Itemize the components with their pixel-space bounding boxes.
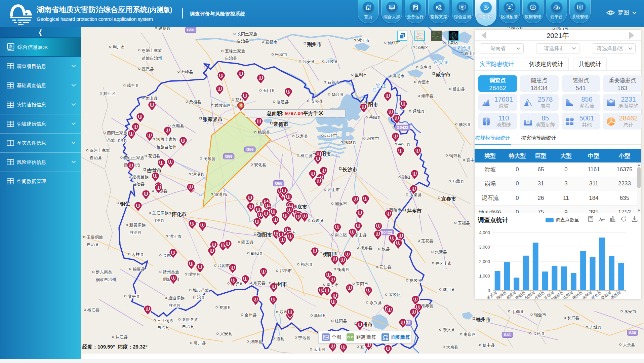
svg-text:自治县: 自治县 [168,303,180,308]
svg-text:莲花县: 莲花县 [421,239,433,243]
svg-text:花垣县: 花垣县 [148,154,160,158]
svg-text:常德市: 常德市 [273,121,289,127]
svg-text:兴安县: 兴安县 [220,331,232,336]
svg-text:华容县: 华容县 [331,92,344,97]
svg-text:1,000: 1,000 [479,274,490,279]
svg-text:梁 子 湖: 梁 子 湖 [456,45,472,50]
svg-text:斧 头 湖: 斧 头 湖 [433,60,448,65]
svg-text:岳阳县: 岳阳县 [369,115,381,120]
svg-text:公安县: 公安县 [303,59,315,64]
svg-text:宁远县: 宁远县 [298,335,310,340]
svg-text:沅陵县: 沅陵县 [203,156,215,161]
svg-text:自治县: 自治县 [152,218,164,223]
svg-text:长沙市: 长沙市 [342,167,358,172]
svg-text:2,000: 2,000 [479,259,490,264]
svg-text:自治县: 自治县 [90,155,102,160]
svg-text:0: 0 [488,288,490,293]
svg-text:沿河土家族: 沿河土家族 [90,148,110,153]
svg-text:张家界市: 张家界市 [203,117,223,122]
svg-text:武陵源区: 武陵源区 [214,103,231,108]
svg-text:长 江: 长 江 [376,84,386,88]
svg-text:安福县: 安福县 [458,221,470,225]
svg-text:侗族自治州: 侗族自治州 [96,277,116,282]
svg-text:潜江市: 潜江市 [357,38,369,43]
svg-text:江夏区: 江夏区 [446,40,458,45]
svg-text:三江侗族: 三江侗族 [157,318,173,323]
svg-text:蓝山县: 蓝山县 [313,347,325,352]
svg-text:道县: 道县 [276,336,284,341]
svg-text:苗族自治州: 苗族自治州 [142,56,162,61]
svg-text:荆州市: 荆州市 [307,42,322,47]
svg-text:通山县: 通山县 [453,87,465,92]
svg-text:通城县: 通城县 [412,109,425,114]
svg-text:城步苗族: 城步苗族 [193,288,209,293]
svg-text:湘阴县: 湘阴县 [344,140,356,145]
svg-text:自治县: 自治县 [225,56,237,61]
svg-text:永新县: 永新县 [435,250,447,254]
svg-text:龙山县: 龙山县 [145,96,157,101]
svg-text:湘西土家族: 湘西土家族 [156,137,177,142]
svg-text:秀山土家族: 秀山土家族 [124,155,145,160]
svg-text:石门县: 石门县 [263,88,275,93]
svg-text:芷江侗族: 芷江侗族 [152,211,169,215]
svg-text:桑植县: 桑植县 [189,100,201,104]
svg-text:苗族自治县: 苗族自治县 [107,138,127,143]
svg-text:零陵区: 零陵区 [389,292,401,297]
svg-text:衡山县: 衡山县 [355,233,367,238]
svg-text:宜都市: 宜都市 [265,40,277,44]
svg-text:攸县: 攸县 [381,247,390,251]
svg-text:G56: G56 [246,147,254,151]
svg-text:宜春市: 宜春市 [441,196,456,202]
svg-text:铜仁: 铜仁 [120,201,130,207]
svg-text:石首市: 石首市 [327,80,339,85]
svg-text:宣恩县: 宣恩县 [142,67,154,71]
svg-text:江陵县: 江陵县 [326,59,338,64]
svg-text:嘉鱼县: 嘉鱼县 [420,65,432,70]
svg-text:南康区: 南康区 [464,332,476,337]
svg-text:汉寿县: 汉寿县 [296,134,308,139]
svg-text:修水县: 修水县 [459,122,471,127]
svg-text:全州县: 全州县 [244,313,256,317]
svg-text:S41: S41 [504,332,511,337]
svg-text:酉阳土家族: 酉阳土家族 [107,131,127,135]
svg-text:新田县: 新田县 [314,313,326,318]
svg-text:自治县: 自治县 [193,295,205,300]
svg-text:资源县: 资源县 [219,305,231,310]
svg-text:团风县: 团风县 [511,27,523,30]
svg-text:G50: G50 [187,28,195,32]
svg-text:大余县: 大余县 [623,342,635,347]
svg-text:赣州市: 赣州市 [476,317,491,322]
svg-text:汨罗市: 汨罗市 [367,136,379,141]
svg-text:苗族自治州: 苗族自治州 [156,145,177,149]
svg-text:自治县: 自治县 [237,39,249,43]
svg-text:4,000: 4,000 [479,230,490,235]
svg-text:黔东南苗: 黔东南苗 [96,270,112,275]
svg-text:靖州苗族: 靖州苗族 [163,270,179,275]
svg-text:会昌县: 会昌县 [533,331,545,336]
svg-text:东安县: 东安县 [253,281,265,285]
svg-text:平江县: 平江县 [398,142,410,147]
svg-text:松滋市: 松滋市 [275,52,287,57]
svg-text:长阳土家族: 长阳土家族 [237,32,257,36]
svg-text:玉屏侗族: 玉屏侗族 [87,235,103,240]
svg-text:黔江区: 黔江区 [103,91,115,96]
svg-text:G55: G55 [275,181,283,185]
svg-text:从江县: 从江县 [115,335,127,339]
svg-text:灵川县: 灵川县 [194,341,206,346]
svg-text:洪湖市: 洪湖市 [392,74,404,78]
svg-text:洪江市: 洪江市 [169,234,181,239]
svg-text:监利市: 监利市 [355,73,367,77]
svg-text:遂川县: 遂川县 [443,287,455,292]
svg-text:S30: S30 [629,330,636,335]
svg-text:武冈市: 武冈市 [217,263,230,268]
svg-text:桂阳县: 桂阳县 [334,319,347,323]
svg-text:绥宁县: 绥宁县 [188,272,200,277]
svg-text:耒阳市: 耒阳市 [356,282,368,286]
svg-text:永兴县: 永兴县 [370,300,382,305]
svg-text:五峰土家族: 五峰土家族 [225,49,245,53]
svg-text:邵阳县: 邵阳县 [250,251,263,256]
svg-text:榕江县: 榕江县 [87,307,99,312]
svg-text:江: 江 [373,87,377,92]
svg-text:赤壁市: 赤壁市 [418,80,430,84]
svg-text:鹤峰县: 鹤峰县 [181,70,193,74]
